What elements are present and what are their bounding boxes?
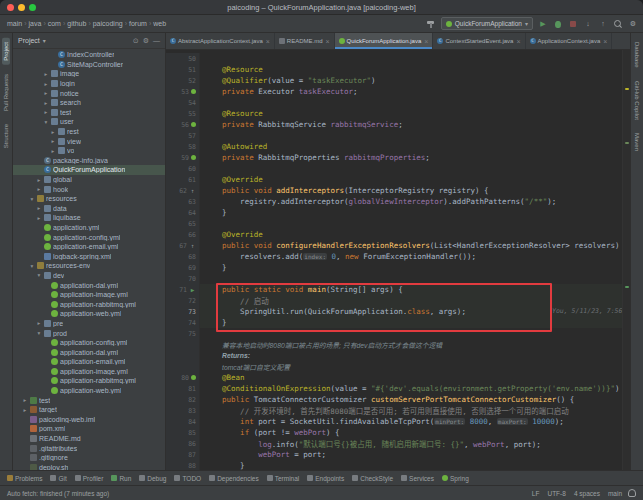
code-line[interactable]: 83 // 开发环境时, 首先判断8080端口是否可用; 若可用则直接使用, 否… [166, 405, 630, 416]
line-gutter[interactable]: 63 [166, 196, 200, 207]
tree-item[interactable]: application-config.yml [13, 232, 165, 242]
run-configuration-select[interactable]: QuickForumApplication ▾ [441, 17, 533, 30]
tree-item[interactable]: .gitignore [13, 453, 165, 463]
close-icon[interactable]: × [516, 38, 520, 45]
line-gutter[interactable]: 52 [166, 75, 200, 86]
line-gutter[interactable]: 53 [166, 86, 200, 97]
run-button[interactable]: ▶ [538, 19, 548, 29]
breadcrumb-item[interactable]: web [151, 20, 168, 27]
line-gutter[interactable]: 72 [166, 295, 200, 306]
tree-item[interactable]: application-rabbitmq.yml [13, 376, 165, 386]
close-icon[interactable]: × [266, 38, 270, 45]
code-line[interactable]: 74 } [166, 317, 630, 328]
tree-item[interactable]: ▸vo [13, 146, 165, 156]
hide-panel-icon[interactable]: — [153, 37, 160, 45]
status-item[interactable]: 4 spaces [574, 490, 600, 497]
line-gutter[interactable]: 71▶ [166, 284, 200, 295]
tree-item[interactable]: CSiteMapController [13, 60, 165, 70]
line-gutter[interactable]: 81 [166, 383, 200, 394]
editor-tab[interactable]: CApplicationContext.java× [526, 33, 613, 49]
code-line[interactable]: 81 @ConditionalOnExpression(value = "#{'… [166, 383, 630, 394]
tree-item[interactable]: ▾resources-env [13, 261, 165, 271]
breadcrumb-item[interactable]: main [5, 20, 24, 27]
line-gutter[interactable]: 65 [166, 218, 200, 229]
code-line[interactable]: 63 registry.addInterceptor(globalViewInt… [166, 196, 630, 207]
line-gutter[interactable]: 57 [166, 130, 200, 141]
stop-button[interactable] [568, 19, 578, 29]
line-gutter[interactable]: 83 [166, 405, 200, 416]
line-gutter[interactable]: 84 [166, 416, 200, 427]
tree-item[interactable]: README.md [13, 434, 165, 444]
code-editor[interactable]: 5051 @Resource52 @Qualifier(value = "tas… [166, 50, 630, 470]
notifications-bell-icon[interactable] [628, 489, 636, 497]
line-gutter[interactable] [166, 361, 200, 372]
code-line[interactable]: 85 if (port != webPort) { [166, 427, 630, 438]
code-line[interactable]: 72 // 启动 [166, 295, 630, 306]
tree-item[interactable]: ▸login [13, 79, 165, 89]
breadcrumb-item[interactable]: java [27, 20, 44, 27]
tree-item[interactable]: application-web.yml [13, 386, 165, 396]
code-line[interactable]: 60 [166, 163, 630, 174]
line-gutter[interactable]: 51 [166, 64, 200, 75]
code-line[interactable]: 64 } [166, 207, 630, 218]
chevron-down-icon[interactable]: ▾ [43, 37, 46, 44]
tree-item[interactable]: application-dal.yml [13, 280, 165, 290]
push-commits-icon[interactable]: ↑ [598, 19, 608, 29]
line-gutter[interactable] [166, 350, 200, 361]
tree-item[interactable]: paicoding-web.iml [13, 415, 165, 425]
tool-strip-button[interactable]: Database [633, 38, 641, 72]
breadcrumb-item[interactable]: forum [127, 20, 149, 27]
code-line[interactable]: 62↑ public void addInterceptors(Intercep… [166, 185, 630, 196]
tool-strip-button[interactable]: Pull Requests [2, 70, 10, 115]
gear-icon[interactable]: ⚙ [143, 37, 149, 45]
status-item[interactable]: main [608, 490, 622, 497]
line-gutter[interactable]: 61 [166, 174, 200, 185]
tree-item[interactable]: ▸global [13, 175, 165, 185]
tree-item[interactable]: application-config.yml [13, 338, 165, 348]
code-line[interactable]: 50 [166, 53, 630, 64]
tree-item[interactable]: application-email.yml [13, 242, 165, 252]
breadcrumb-item[interactable]: github [65, 20, 88, 27]
code-line[interactable]: 87 webPort = port; [166, 449, 630, 460]
tree-item[interactable]: ▾dev [13, 271, 165, 281]
line-gutter[interactable]: 73 [166, 306, 200, 317]
code-line[interactable]: 61 @Override [166, 174, 630, 185]
tree-item[interactable]: application-web.yml [13, 309, 165, 319]
status-item[interactable]: LF [532, 490, 540, 497]
line-gutter[interactable]: 62↑ [166, 185, 200, 196]
code-line[interactable]: 59 private RabbitmqProperties rabbitmqPr… [166, 152, 630, 163]
code-line[interactable]: tomcat端口自定义配置 [166, 361, 630, 372]
code-line[interactable]: 84 int port = SocketUtil.findAvailableTc… [166, 416, 630, 427]
code-line[interactable]: 65 [166, 218, 630, 229]
line-gutter[interactable]: 82 [166, 394, 200, 405]
line-gutter[interactable]: 88 [166, 460, 200, 470]
line-gutter[interactable]: 86 [166, 438, 200, 449]
line-gutter[interactable]: 66 [166, 229, 200, 240]
line-gutter[interactable]: 87 [166, 449, 200, 460]
close-icon[interactable]: × [325, 38, 329, 45]
line-gutter[interactable]: 58 [166, 141, 200, 152]
maximize-window-button[interactable] [29, 4, 36, 11]
toolwindow-button-git[interactable]: Git [50, 475, 66, 482]
code-line[interactable]: 55 @Resource [166, 108, 630, 119]
code-line[interactable]: 71▶ public static void main(String[] arg… [166, 284, 630, 295]
tree-item[interactable]: ▸target [13, 405, 165, 415]
toolwindow-button-terminal[interactable]: Terminal [267, 475, 300, 482]
tree-item[interactable]: pom.xml [13, 424, 165, 434]
line-gutter[interactable]: 67↑ [166, 240, 200, 251]
run-gutter-button[interactable]: ▶ [189, 286, 196, 293]
tree-item[interactable]: ▸notice [13, 88, 165, 98]
tree-item[interactable]: ▸data [13, 204, 165, 214]
editor-tab[interactable]: QuickForumApplication.java× [335, 33, 434, 49]
update-project-icon[interactable]: ↓ [583, 19, 593, 29]
toolwindow-button-spring[interactable]: Spring [442, 475, 469, 482]
tree-item[interactable]: ▾resources [13, 194, 165, 204]
build-icon[interactable] [426, 19, 436, 29]
line-gutter[interactable]: 69 [166, 262, 200, 273]
minimize-window-button[interactable] [18, 4, 25, 11]
tree-item[interactable]: application-email.yml [13, 357, 165, 367]
line-gutter[interactable]: 56 [166, 119, 200, 130]
line-gutter[interactable] [166, 339, 200, 350]
toolwindow-button-dependencies[interactable]: Dependencies [209, 475, 259, 482]
tree-item[interactable]: application-image.yml [13, 367, 165, 377]
